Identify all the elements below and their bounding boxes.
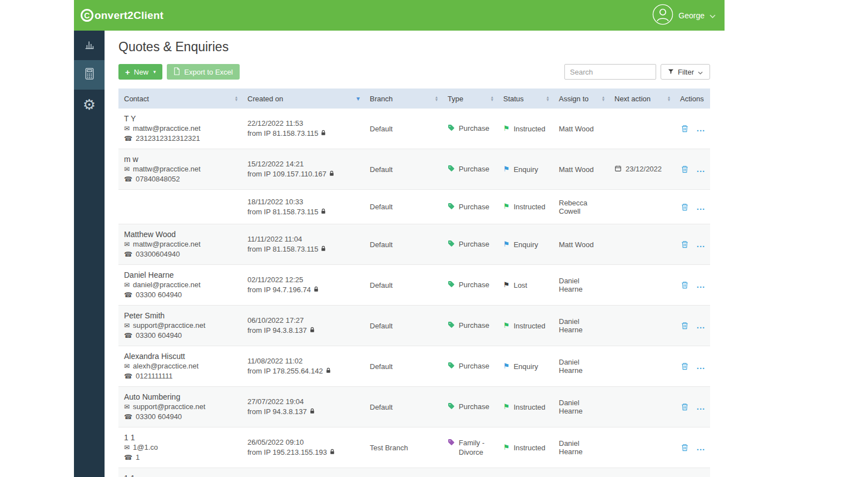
delete-button[interactable]	[681, 165, 689, 174]
more-actions-button[interactable]: ...	[697, 323, 706, 328]
more-actions-button[interactable]: ...	[697, 283, 706, 287]
table-row[interactable]: 1 1✉1@1.co☎126/05/2022 09:10from IP 195.…	[118, 427, 710, 468]
column-header-created-on[interactable]: Created on▾	[242, 88, 364, 109]
more-actions-button[interactable]: ...	[697, 405, 706, 409]
contact-name: 1 1	[124, 473, 237, 477]
calendar-icon	[614, 164, 622, 174]
table-row[interactable]: m w✉mattw@pracctice.net☎0784084805215/12…	[118, 149, 710, 190]
created-ip: from IP 81.158.73.115	[247, 129, 360, 139]
delete-button[interactable]	[681, 124, 689, 133]
contact-name: T Y	[124, 114, 237, 124]
toolbar: + New ▾ Export to Excel Filter	[118, 64, 710, 80]
table-row[interactable]: Daniel Hearne✉daniel@pracctice.net☎03300…	[118, 265, 710, 306]
created-datetime: 02/11/2022 12:25	[247, 275, 360, 285]
filter-button[interactable]: Filter	[661, 64, 710, 80]
file-icon	[173, 67, 180, 77]
table-row[interactable]: Alexandra Hiscutt✉alexh@pracctice.net☎01…	[118, 346, 710, 387]
contact-cell: Matthew Wood✉mattw@pracctice.net☎0330060…	[118, 224, 242, 264]
created-datetime: 11/11/2022 11:04	[247, 234, 360, 244]
created-datetime: 18/11/2022 10:33	[247, 197, 360, 207]
phone-icon: ☎	[124, 174, 132, 184]
brand-logo-icon: C	[81, 9, 93, 22]
created-cell	[242, 468, 364, 477]
chevron-down-icon	[710, 11, 716, 20]
assign-to-cell: Matt Wood	[553, 149, 609, 189]
sidebar-item-reports[interactable]	[74, 31, 105, 60]
bar-chart-icon	[83, 38, 96, 53]
delete-button[interactable]	[681, 402, 689, 411]
table-row[interactable]: Matthew Wood✉mattw@pracctice.net☎0330060…	[118, 224, 710, 265]
contact-cell: 1 1✉1@1.co☎1	[118, 427, 242, 468]
phone-icon: ☎	[124, 249, 132, 259]
table-row[interactable]: 18/11/2022 10:33from IP 81.158.73.115Def…	[118, 190, 710, 224]
delete-button[interactable]	[681, 240, 689, 249]
created-ip: from IP 178.255.64.142	[247, 366, 360, 376]
more-actions-button[interactable]: ...	[697, 364, 706, 368]
status-cell: ⚑Enquiry	[498, 346, 553, 386]
status-cell	[498, 468, 553, 477]
contact-name: 1 1	[124, 432, 237, 442]
more-actions-button[interactable]: ...	[697, 445, 706, 450]
flag-icon: ⚑	[503, 322, 510, 330]
created-ip: from IP 94.7.196.74	[247, 285, 360, 295]
contact-email: ✉daniel@pracctice.net	[124, 280, 237, 290]
sort-icon: ▴▾	[602, 96, 604, 101]
tag-icon	[448, 164, 455, 174]
created-ip: from IP 94.3.8.137	[247, 407, 360, 417]
delete-button[interactable]	[681, 362, 689, 371]
actions-cell: ...	[674, 427, 710, 468]
next-action-cell	[609, 468, 674, 477]
phone-icon: ☎	[124, 453, 132, 463]
type-cell: Purchase	[442, 190, 498, 224]
next-action-cell	[609, 306, 674, 346]
branch-cell: Default	[364, 346, 442, 386]
more-actions-button[interactable]: ...	[697, 167, 706, 171]
actions-cell: ...	[674, 306, 710, 346]
column-header-status[interactable]: Status▴▾	[498, 88, 553, 109]
next-action-cell	[609, 224, 674, 264]
brand-initial: C	[84, 11, 90, 20]
flag-icon: ⚑	[503, 203, 510, 210]
column-label: Branch	[370, 95, 393, 103]
more-actions-button[interactable]: ...	[697, 242, 706, 247]
next-action-cell: 23/12/2022	[609, 149, 674, 189]
column-header-branch[interactable]: Branch▴▾	[364, 88, 442, 109]
column-header-contact[interactable]: Contact▴▾	[118, 88, 242, 109]
column-header-assign-to[interactable]: Assign to▴▾	[553, 88, 609, 109]
column-header-actions: Actions	[674, 88, 710, 109]
more-actions-button[interactable]: ...	[697, 205, 706, 209]
more-actions-button[interactable]: ...	[697, 126, 706, 131]
search-input[interactable]	[564, 64, 656, 80]
column-header-type[interactable]: Type▴▾	[442, 88, 498, 109]
sidebar: ⚙	[74, 31, 105, 477]
delete-button[interactable]	[681, 321, 689, 330]
assign-to-cell: Matt Wood	[553, 224, 609, 264]
actions-cell: ...	[674, 265, 710, 305]
main-content: Quotes & Enquiries + New ▾ Export to Exc…	[105, 31, 725, 477]
table-row[interactable]: T Y✉mattw@pracctice.net☎2312312312312321…	[118, 109, 710, 149]
sidebar-item-settings[interactable]: ⚙	[74, 90, 105, 119]
brand-logo[interactable]: Convert2Client	[81, 9, 163, 22]
user-menu[interactable]: George	[652, 4, 716, 27]
table-row[interactable]: Auto Numbering✉support@pracctice.net☎033…	[118, 387, 710, 427]
created-datetime: 22/12/2022 11:53	[247, 119, 360, 129]
contact-phone: ☎03300 604940	[124, 412, 237, 422]
actions-cell: ...	[674, 468, 710, 477]
delete-button[interactable]	[681, 203, 689, 212]
status-cell: ⚑Instructed	[498, 190, 553, 224]
new-button[interactable]: + New ▾	[118, 64, 162, 80]
contact-phone: ☎03300604940	[124, 249, 237, 259]
sidebar-item-quotes[interactable]	[74, 60, 105, 90]
contact-email: ✉1@1.co	[124, 442, 237, 453]
phone-icon: ☎	[124, 290, 132, 300]
delete-button[interactable]	[681, 443, 689, 452]
table-row[interactable]: 1 1...	[118, 468, 710, 477]
assign-to-cell: Daniel Hearne	[553, 306, 609, 346]
contact-cell: m w✉mattw@pracctice.net☎07840848052	[118, 149, 242, 189]
export-to-excel-button[interactable]: Export to Excel	[167, 64, 239, 80]
assign-to-cell: Daniel Hearne	[553, 265, 609, 305]
table-row[interactable]: Peter Smith✉support@pracctice.net☎03300 …	[118, 306, 710, 346]
user-name: George	[678, 11, 705, 20]
delete-button[interactable]	[681, 281, 689, 289]
column-header-next-action[interactable]: Next action▴▾	[609, 88, 674, 109]
